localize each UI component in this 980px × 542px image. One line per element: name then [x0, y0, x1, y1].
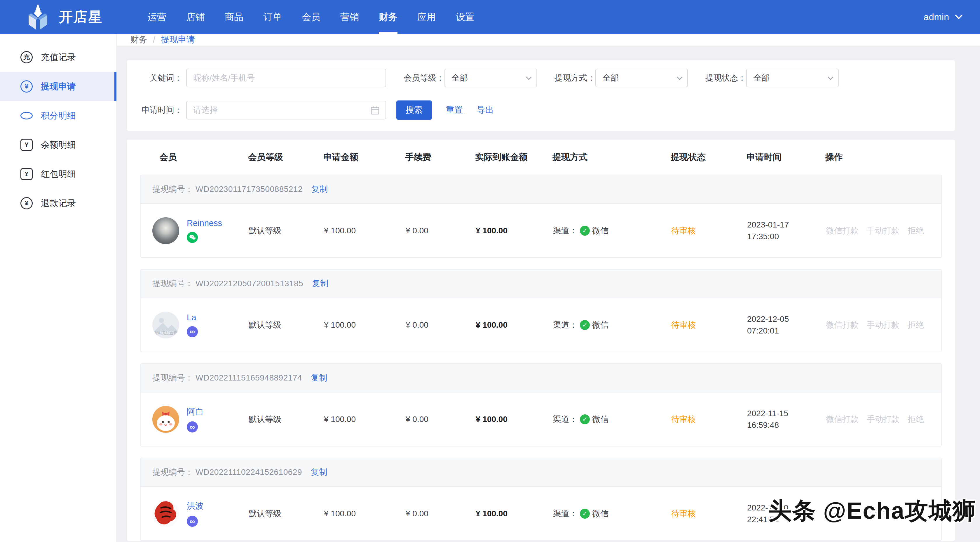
- nav-item[interactable]: 订单: [253, 0, 292, 34]
- sidebar-item-refund[interactable]: ¥ 退款记录: [0, 189, 116, 218]
- order-no-label: 提现编号：: [152, 278, 193, 289]
- withdraw-method-value: 全部: [602, 72, 619, 83]
- nav-item[interactable]: 应用: [407, 0, 446, 34]
- actual-amount-cell: ¥ 100.00: [476, 509, 553, 518]
- withdraw-record-block: 提现编号： WD20221115165948892174 复制: [140, 363, 942, 446]
- status-badge: 待审核: [671, 414, 747, 425]
- apply-time-cell: 2022-12-05 07:20:01: [747, 313, 826, 337]
- sidebar-item-redpacket[interactable]: ¥ 红包明细: [0, 159, 116, 189]
- column-header: 提现方式: [552, 151, 671, 163]
- withdraw-icon: ¥: [21, 80, 33, 92]
- sidebar-item-balance[interactable]: ¥ 余额明细: [0, 130, 116, 159]
- breadcrumb: 财务 / 提现申请: [117, 34, 980, 46]
- avatar: [152, 500, 179, 527]
- table-body: 提现编号： WD20230117173500885212 复制 Reinness: [140, 175, 942, 541]
- copy-link[interactable]: 复制: [311, 467, 327, 478]
- withdraw-method-label: 提现方式：: [555, 72, 595, 83]
- reset-link[interactable]: 重置: [446, 104, 463, 116]
- top-navbar: 开店星 运营 店铺 商品 订单 会员 营销 财务 应用 设置 admin: [0, 0, 980, 34]
- actions-cell: 微信打款手动打款拒绝: [826, 319, 942, 331]
- sidebar-item-withdraw[interactable]: ¥ 提现申请: [0, 72, 116, 101]
- sidebar-item-recharge[interactable]: 充 充值记录: [0, 43, 116, 72]
- withdraw-status-select[interactable]: 全部: [746, 69, 839, 87]
- channel-badge-icon: ∞: [187, 421, 198, 432]
- action-link[interactable]: 微信打款: [826, 508, 859, 519]
- apply-time-input[interactable]: [186, 101, 386, 120]
- nav-item[interactable]: 财务: [369, 0, 407, 34]
- table-row: Reinness 默认等级 ¥ 100.00 ¥ 0.0: [141, 204, 941, 257]
- member-name-link[interactable]: 阿白: [187, 406, 204, 418]
- user-menu[interactable]: admin: [924, 12, 961, 22]
- nav-item[interactable]: 运营: [138, 0, 176, 34]
- apply-clock: 07:20:01: [747, 325, 826, 337]
- chevron-down-icon: [677, 74, 682, 80]
- action-link[interactable]: 拒绝: [908, 508, 924, 519]
- column-header: 手续费: [405, 151, 475, 163]
- apply-date: 2022-11-10: [747, 502, 826, 514]
- search-button[interactable]: 搜索: [396, 100, 432, 120]
- actual-amount-cell: ¥ 100.00: [476, 226, 553, 235]
- member-name-link[interactable]: Reinness: [187, 218, 222, 228]
- action-link[interactable]: 微信打款: [826, 414, 859, 425]
- column-header: 会员: [140, 151, 248, 163]
- brand-logo-area[interactable]: 开店星: [23, 2, 103, 32]
- member-name-link[interactable]: 洪波: [187, 500, 204, 512]
- record-header: 提现编号： WD20221205072001513185 复制: [141, 269, 941, 298]
- action-link[interactable]: 拒绝: [908, 319, 924, 331]
- channel-badge-icon: ∞: [187, 516, 198, 527]
- apply-clock: 22:41:52: [747, 514, 826, 525]
- keyword-input[interactable]: [186, 69, 386, 87]
- action-link[interactable]: 微信打款: [826, 225, 859, 236]
- apply-amount-cell: ¥ 100.00: [324, 226, 406, 235]
- withdraw-method-cell: 渠道： ✓ 微信: [553, 225, 671, 236]
- channel-value: 微信: [592, 508, 608, 519]
- action-link[interactable]: 拒绝: [908, 414, 924, 425]
- actions-cell: 微信打款手动打款拒绝: [826, 225, 942, 236]
- chevron-down-icon: [526, 74, 532, 80]
- action-link[interactable]: 微信打款: [826, 319, 859, 331]
- action-link[interactable]: 手动打款: [867, 319, 899, 331]
- action-link[interactable]: 手动打款: [867, 414, 899, 425]
- actual-amount-cell: ¥ 100.00: [476, 414, 553, 424]
- nav-item[interactable]: 会员: [292, 0, 330, 34]
- action-link[interactable]: 手动打款: [867, 508, 899, 519]
- copy-link[interactable]: 复制: [312, 278, 328, 289]
- sidebar-item-points[interactable]: 积分明细: [0, 101, 116, 130]
- export-link[interactable]: 导出: [477, 104, 494, 116]
- member-cell: 阿白 ∞: [141, 406, 249, 433]
- action-link[interactable]: 拒绝: [908, 225, 924, 236]
- avatar: [152, 217, 179, 244]
- apply-clock: 17:35:00: [747, 231, 826, 242]
- column-header: 申请时间: [746, 151, 825, 163]
- nav-item-label: 财务: [379, 12, 398, 22]
- nav-item-label: 店铺: [186, 12, 205, 22]
- avatar-placeholder-text: 暂时无法查看: [152, 331, 179, 336]
- nav-item[interactable]: 店铺: [176, 0, 215, 34]
- action-link[interactable]: 手动打款: [867, 225, 899, 236]
- points-icon: [21, 112, 33, 120]
- apply-time-datepicker[interactable]: [186, 101, 386, 120]
- refund-icon: ¥: [21, 197, 33, 209]
- channel-label: 渠道：: [553, 225, 578, 236]
- column-header: 会员等级: [248, 151, 323, 163]
- member-name-link[interactable]: La: [187, 313, 198, 322]
- breadcrumb-parent[interactable]: 财务: [130, 34, 147, 46]
- nav-item-label: 商品: [225, 12, 243, 22]
- member-level-select[interactable]: 全部: [444, 69, 537, 87]
- nav-item[interactable]: 营销: [330, 0, 369, 34]
- actions-cell: 微信打款手动打款拒绝: [826, 414, 942, 425]
- withdraw-method-select[interactable]: 全部: [595, 69, 688, 87]
- avatar: [152, 406, 179, 433]
- nav-item-label: 营销: [340, 12, 359, 22]
- nav-item[interactable]: 商品: [215, 0, 253, 34]
- copy-link[interactable]: 复制: [311, 372, 327, 383]
- column-header: 申请金额: [323, 151, 405, 163]
- channel-label: 渠道：: [553, 319, 578, 331]
- status-badge: 待审核: [671, 225, 747, 236]
- table-row: 暂时无法查看 La ∞ 默认等级 ¥ 100.00 ¥ 0.00 ¥ 100.0…: [141, 298, 941, 352]
- nav-item[interactable]: 设置: [446, 0, 484, 34]
- column-header: 操作: [825, 151, 942, 163]
- copy-link[interactable]: 复制: [312, 184, 328, 195]
- content-area: 关键词： 会员等级： 全部 提现方式： 全部: [117, 46, 980, 542]
- nav-item-label: 订单: [263, 12, 282, 22]
